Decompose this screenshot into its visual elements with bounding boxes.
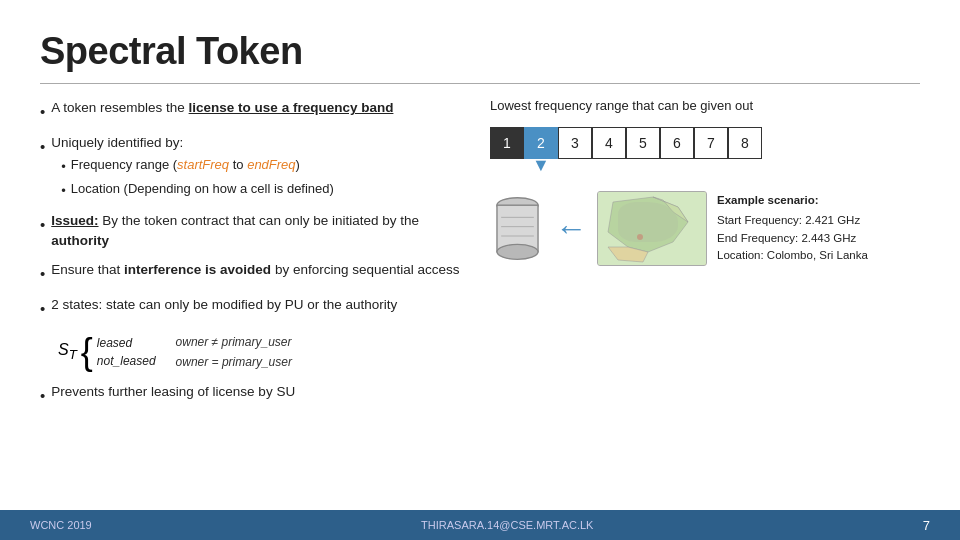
- freq-box-8: 8: [728, 127, 762, 159]
- st-symbol: ST: [58, 341, 77, 362]
- bullet-text-6: Prevents further leasing of license by S…: [51, 382, 295, 402]
- bold-text-1: license to use a frequency band: [189, 100, 394, 115]
- scenario-title: Example scenario:: [717, 192, 868, 210]
- slide: Spectral Token • A token resembles the l…: [0, 0, 960, 540]
- freq-range-label: Lowest frequency range that can be given…: [490, 98, 753, 113]
- interference-label: interference is avoided: [124, 262, 271, 277]
- scenario-line2: End Frequency: 2.443 GHz: [717, 230, 868, 248]
- main-content: • A token resembles the license to use a…: [40, 98, 920, 417]
- bullet-item-2: • Uniquely identified by: • Frequency ra…: [40, 133, 470, 201]
- formula-right-side: owner ≠ primary_user owner = primary_use…: [176, 332, 292, 373]
- freq-box-6: 6: [660, 127, 694, 159]
- right-column: Lowest frequency range that can be given…: [490, 98, 920, 417]
- svg-point-2: [497, 244, 538, 259]
- freq-boxes-container: 1 2 ▼ 3 4 5 6 7 8: [490, 127, 762, 159]
- svg-point-10: [637, 234, 643, 240]
- sub-bullets-2: • Frequency range (startFreq to endFreq)…: [61, 156, 334, 201]
- sub-text-2-1: Frequency range (startFreq to endFreq): [71, 156, 300, 175]
- bullet-text-3: Issued: By the token contract that can o…: [51, 211, 470, 250]
- bullet-dot-6: •: [40, 385, 45, 407]
- bullet-item-3: • Issued: By the token contract that can…: [40, 211, 470, 250]
- bullet-item-4: • Ensure that interference is avoided by…: [40, 260, 470, 285]
- footer: WCNC 2019 THIRASARA.14@CSE.MRT.AC.LK 7: [0, 510, 960, 540]
- freq-arrow-down: ▼: [532, 155, 550, 176]
- authority-label: authority: [51, 233, 109, 248]
- bullet-dot-4: •: [40, 263, 45, 285]
- example-scenario-box: Example scenario: Start Frequency: 2.421…: [717, 192, 868, 265]
- sub-text-2-2: Location (Depending on how a cell is def…: [71, 180, 334, 199]
- freq-box-4: 4: [592, 127, 626, 159]
- big-brace: {: [81, 334, 93, 370]
- bullet-dot-3: •: [40, 214, 45, 236]
- title-divider: [40, 83, 920, 84]
- scenario-line3: Location: Colombo, Sri Lanka: [717, 247, 868, 265]
- italic-endfreq: endFreq: [247, 157, 295, 172]
- freq-box-3: 3: [558, 127, 592, 159]
- formula-right-line1: owner ≠ primary_user: [176, 332, 292, 352]
- left-arrow-icon: ←: [555, 210, 587, 247]
- freq-box-5: 5: [626, 127, 660, 159]
- case-notleased: not_leased: [97, 352, 156, 370]
- bullet-text-5: 2 states: state can only be modified by …: [51, 295, 397, 315]
- bullet-item-5: • 2 states: state can only be modified b…: [40, 295, 470, 320]
- token-map-area: ← Example scenario:: [490, 191, 868, 266]
- footer-page-number: 7: [923, 518, 930, 533]
- slide-title: Spectral Token: [40, 30, 920, 73]
- bullet-dot-2: •: [40, 136, 45, 158]
- freq-box-7: 7: [694, 127, 728, 159]
- footer-left: WCNC 2019: [30, 519, 92, 531]
- formula-area: ST { leased not_leased owner ≠ primary_u…: [58, 332, 470, 373]
- bullet-item-6: • Prevents further leasing of license by…: [40, 382, 470, 407]
- italic-startfreq: startFreq: [177, 157, 229, 172]
- freq-box-2: 2 ▼: [524, 127, 558, 159]
- case-leased: leased: [97, 334, 156, 352]
- issued-label: Issued:: [51, 213, 98, 228]
- map-placeholder: [597, 191, 707, 266]
- bullet-text-1: A token resembles the license to use a f…: [51, 98, 393, 118]
- bullet-item-1: • A token resembles the license to use a…: [40, 98, 470, 123]
- map-svg: [598, 192, 707, 266]
- bullet-dot-1: •: [40, 101, 45, 123]
- sub-bullet-2-2: • Location (Depending on how a cell is d…: [61, 180, 334, 201]
- sub-dot-2-1: •: [61, 158, 66, 177]
- bullet-text-2: Uniquely identified by: • Frequency rang…: [51, 133, 334, 201]
- token-svg-icon: [490, 194, 545, 264]
- left-column: • A token resembles the license to use a…: [40, 98, 470, 417]
- scenario-line1: Start Frequency: 2.421 GHz: [717, 212, 868, 230]
- formula-right-line2: owner = primary_user: [176, 352, 292, 372]
- footer-center: THIRASARA.14@CSE.MRT.AC.LK: [421, 519, 593, 531]
- bullet-dot-5: •: [40, 298, 45, 320]
- formula-left: ST { leased not_leased: [58, 334, 156, 370]
- sub-bullet-2-1: • Frequency range (startFreq to endFreq): [61, 156, 334, 177]
- freq-box-1: 1: [490, 127, 524, 159]
- sub-dot-2-2: •: [61, 182, 66, 201]
- brace-cases: leased not_leased: [97, 334, 156, 370]
- bullet-text-4: Ensure that interference is avoided by e…: [51, 260, 459, 280]
